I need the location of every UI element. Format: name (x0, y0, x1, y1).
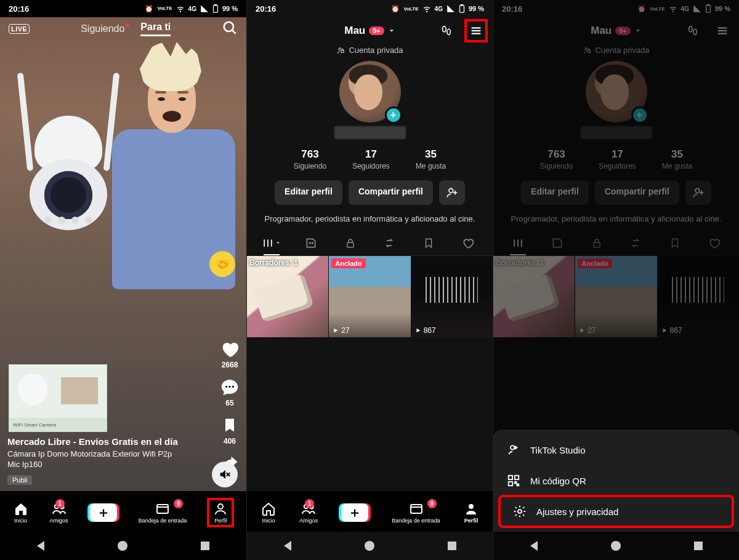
grid-item-drafts[interactable]: Borradores: 1 (247, 256, 328, 337)
svg-rect-43 (588, 50, 591, 53)
tab-foryou[interactable]: Para ti (140, 22, 171, 36)
save-button[interactable]: 406 (219, 415, 240, 446)
stat-likes[interactable]: 35Me gusta (416, 148, 446, 170)
username-blurred: xxxxxxx (247, 127, 493, 140)
share-profile-button[interactable]: Compartir perfil (349, 180, 433, 205)
footprint-icon[interactable] (436, 20, 457, 41)
play-icon (415, 327, 421, 334)
svg-point-42 (585, 47, 588, 50)
svg-point-20 (339, 47, 341, 50)
tab-inbox[interactable]: 9 Bandeja de entrada (139, 502, 187, 524)
tab-stickers[interactable] (291, 231, 331, 255)
hamburger-menu-icon[interactable] (466, 20, 487, 41)
feed-top-nav: LIVE Siguiendo Para ti (0, 20, 246, 38)
signal-icon (200, 4, 209, 13)
svg-point-29 (312, 242, 313, 244)
tab-home[interactable]: Inicio (261, 502, 276, 524)
svg-rect-33 (411, 505, 422, 513)
battery-icon (212, 4, 219, 13)
bottom-tabbar: Inicio 1Amigos ＋ 9Bandeja de entrada Per… (247, 491, 493, 532)
private-account-label: Cuenta privada (247, 46, 493, 55)
profile-name[interactable]: Mau (344, 25, 365, 37)
wifi-icon (669, 4, 677, 13)
svg-point-6 (232, 386, 234, 388)
tab-friends[interactable]: 1Amigos (299, 502, 318, 524)
add-friend-button[interactable] (439, 180, 465, 205)
wifi-icon (176, 4, 185, 13)
nav-home-icon[interactable] (365, 541, 374, 551)
svg-point-22 (449, 188, 453, 193)
feed-video[interactable]: WiFi Smart Camera 🤝 LIVE Siguiendo Para … (0, 17, 246, 491)
sheet-settings-privacy[interactable]: Ajustes y privacidad (499, 496, 733, 527)
nav-recent-icon[interactable] (448, 542, 456, 550)
comment-button[interactable]: 65 (219, 377, 240, 407)
svg-point-2 (224, 22, 233, 31)
tab-following[interactable]: Siguiendo (81, 23, 129, 34)
qr-icon (507, 474, 520, 487)
play-icon (333, 327, 339, 334)
nav-recent-icon[interactable] (201, 542, 209, 550)
inbox-badge: 9 (174, 499, 183, 508)
tab-grid[interactable] (252, 231, 291, 255)
grid-icon (262, 237, 274, 249)
sheet-tiktok-studio[interactable]: TikTok Studio (493, 434, 739, 465)
home-icon (261, 502, 276, 516)
tab-inbox[interactable]: 9Bandeja de entrada (392, 502, 440, 524)
pinned-badge: Anclado (331, 258, 365, 268)
grid-item-video-1[interactable]: Anclado 27 (329, 256, 410, 337)
user-plus-icon (446, 186, 458, 199)
tab-home[interactable]: Inicio (14, 502, 28, 524)
svg-rect-50 (593, 242, 600, 247)
mute-button[interactable] (212, 462, 238, 487)
nav-back-icon[interactable] (530, 541, 538, 551)
feed-camera-illustration (16, 116, 121, 233)
stat-following[interactable]: 763Siguiendo (294, 148, 326, 170)
tab-saved[interactable] (409, 231, 448, 255)
avatar-add-icon[interactable]: + (385, 106, 402, 124)
svg-line-3 (232, 30, 235, 33)
create-button[interactable]: ＋ (90, 503, 117, 522)
svg-point-44 (695, 188, 700, 193)
svg-point-15 (443, 26, 446, 32)
inbox-icon (155, 502, 170, 516)
profile-tabs (247, 231, 493, 256)
repost-icon (383, 237, 395, 249)
network-icon: 4G (188, 6, 196, 12)
nav-back-icon[interactable] (37, 541, 44, 551)
grid-item-video-2[interactable]: 867 (411, 256, 493, 337)
svg-rect-11 (157, 505, 168, 513)
inbox-icon (409, 502, 424, 516)
profile-stats: 763Siguiendo 17Seguidores 35Me gusta (247, 148, 493, 170)
search-icon[interactable] (222, 20, 238, 38)
live-icon[interactable]: LIVE (9, 24, 30, 34)
tab-reposts[interactable] (370, 231, 409, 255)
chevron-down-icon[interactable] (388, 27, 395, 34)
footprint-icon[interactable] (682, 20, 703, 41)
nav-recent-icon[interactable] (694, 542, 703, 550)
avatar[interactable]: + (247, 61, 493, 122)
tab-friends[interactable]: 1 Amigos (50, 502, 68, 524)
android-nav (247, 532, 493, 560)
stat-followers[interactable]: 17Seguidores (352, 148, 390, 170)
tab-profile[interactable]: Perfil (208, 499, 233, 526)
like-button[interactable]: 2668 (219, 338, 240, 369)
gear-icon (513, 505, 527, 518)
sheet-qr[interactable]: Mi código QR (493, 465, 739, 496)
tab-private[interactable] (331, 231, 370, 255)
nav-home-icon[interactable] (611, 541, 621, 551)
create-button[interactable]: ＋ (341, 503, 368, 522)
nav-home-icon[interactable] (118, 541, 127, 551)
svg-rect-0 (213, 6, 217, 12)
phone-feed: 20:16 ⏰ VoLTE 4G 99 % WiFi Smart Camera … (0, 0, 246, 560)
profile-header: Mau 9+ (247, 17, 493, 44)
bookmark-icon (423, 238, 434, 249)
svg-rect-53 (515, 476, 519, 479)
profile-bio: Programador, periodista en informática y… (247, 205, 493, 231)
tab-liked[interactable] (448, 231, 488, 255)
tab-profile[interactable]: Perfil (464, 502, 479, 524)
svg-point-5 (228, 386, 230, 388)
svg-point-38 (693, 29, 697, 34)
edit-profile-button[interactable]: Editar perfil (275, 180, 342, 205)
hamburger-menu-icon[interactable] (712, 20, 733, 41)
nav-back-icon[interactable] (284, 541, 291, 551)
